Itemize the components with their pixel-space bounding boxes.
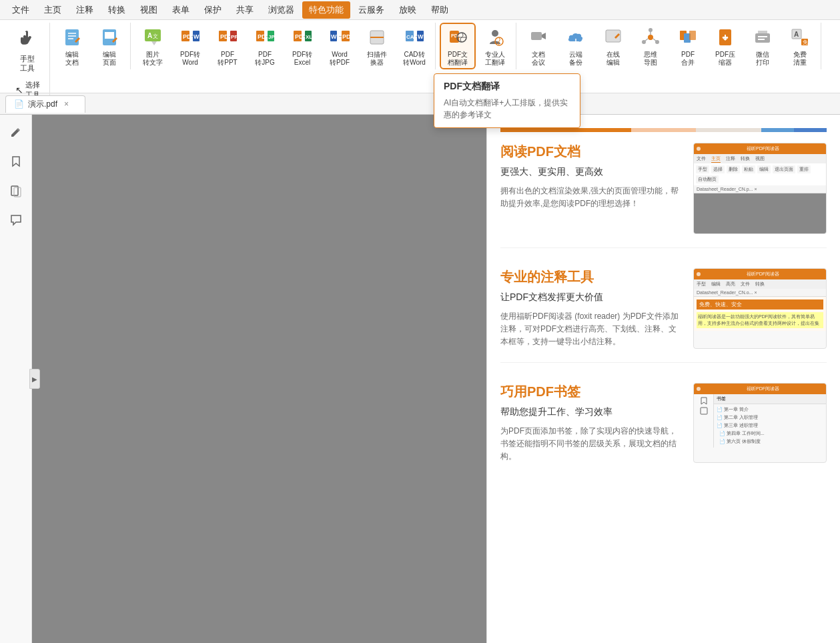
read-pdf-title: 阅读PDF文档 xyxy=(500,143,680,161)
svg-rect-61 xyxy=(758,36,767,37)
scan-replace-label: 扫描件换器 xyxy=(367,51,387,67)
annotation-section: 专业的注释工具 让PDF文档发挥更大价值 使用福昕PDF阅读器 (foxit r… xyxy=(500,268,827,363)
svg-text:JPG: JPG xyxy=(268,34,276,40)
hand-tool-label: 手型工具 xyxy=(20,55,35,72)
annotation-subtitle: 让PDF文档发挥更大价值 xyxy=(500,291,680,303)
menu-annotate[interactable]: 注释 xyxy=(69,1,100,19)
sidebar-bookmark-icon[interactable] xyxy=(4,149,28,173)
free-ocr-label: 免费清重 xyxy=(793,51,807,67)
svg-text:PDF: PDF xyxy=(342,33,350,40)
wechat-print-icon xyxy=(751,25,775,49)
read-pdf-subtitle: 更强大、更实用、更高效 xyxy=(500,166,680,178)
free-ocr-button[interactable]: A免 免费清重 xyxy=(782,23,818,69)
doc-meeting-label: 文档会议 xyxy=(532,51,545,67)
svg-text:PPT: PPT xyxy=(231,34,238,40)
menu-form[interactable]: 表单 xyxy=(165,1,196,19)
tooltip-title: PDF文档翻译 xyxy=(444,81,570,93)
tooltip-desc: AI自动文档翻译+人工排版，提供实惠的参考译文 xyxy=(444,97,570,121)
pdf-to-excel-label: PDF转Excel xyxy=(292,51,312,67)
pdf-merge-button[interactable]: PDF合并 xyxy=(670,23,706,69)
pdf-to-word-button[interactable]: PDF→W PDF转Word xyxy=(172,23,208,69)
cloud-backup-button[interactable]: 云端备份 xyxy=(558,23,594,69)
svg-text:W: W xyxy=(331,33,337,40)
scan-replace-button[interactable]: 扫描件换器 xyxy=(359,23,395,69)
online-edit-button[interactable]: 在线编辑 xyxy=(595,23,631,69)
sidebar-collapse-button[interactable]: ▶ xyxy=(29,369,40,389)
annotation-title: 专业的注释工具 xyxy=(500,268,680,286)
mini-tab-1: Datasheet_Reader_CN.p... × xyxy=(694,185,826,193)
pdf-to-jpg-label: PDF转JPG xyxy=(255,51,274,67)
menu-share[interactable]: 共享 xyxy=(230,1,260,19)
cloud-backup-label: 云端备份 xyxy=(569,51,582,67)
pdf-area xyxy=(32,115,486,643)
sidebar-edit-icon[interactable] xyxy=(4,120,28,144)
annotation-desc: 使用福昕PDF阅读器 (foxit reader) 为PDF文件添加注释，可对P… xyxy=(500,310,680,349)
sidebar-pages-icon[interactable] xyxy=(4,179,28,203)
img-to-text-label: 图片转文字 xyxy=(143,51,163,67)
pdf-to-excel-button[interactable]: PDF→XLS PDF转Excel xyxy=(284,23,320,69)
mind-map-button[interactable]: 思维导图 xyxy=(633,23,669,69)
hand-tool-button[interactable]: 手型工具 xyxy=(9,23,45,76)
pdf-tab[interactable]: 📄 演示.pdf × xyxy=(5,95,85,113)
cad-to-word-label: CAD转转Word xyxy=(403,51,426,67)
edit-doc-icon xyxy=(60,25,84,49)
svg-text:A: A xyxy=(794,31,799,38)
pdf-to-ppt-button[interactable]: PDF→PPT PDF转PPT xyxy=(209,23,246,69)
menu-view[interactable]: 视图 xyxy=(133,1,164,19)
tab-close-button[interactable]: × xyxy=(64,99,69,109)
read-pdf-section: 阅读PDF文档 更强大、更实用、更高效 拥有出色的文档渲染效果,强大的页面管理功… xyxy=(500,143,827,248)
edit-doc-label: 编辑文档 xyxy=(65,51,79,67)
svg-rect-60 xyxy=(755,33,770,43)
edit-page-icon xyxy=(97,25,121,49)
cloud-backup-icon xyxy=(564,25,588,49)
pdf-translate-icon: PDF xyxy=(446,25,470,49)
svg-point-45 xyxy=(492,30,498,37)
pdf-translate-button[interactable]: PDF PDF文档翻译 xyxy=(440,23,476,69)
ribbon-toolbar: 手型工具 ↖ 选择工具 编辑文档 编辑页面 A文 图片转文字 xyxy=(0,20,840,93)
svg-rect-47 xyxy=(531,32,542,40)
pdf-excel-icon: PDF→XLS xyxy=(290,25,314,49)
menu-convert[interactable]: 转换 xyxy=(101,1,132,19)
sidebar-comment-icon[interactable] xyxy=(4,208,28,232)
cad-to-word-button[interactable]: CAD→W CAD转转Word xyxy=(396,23,432,69)
edit-doc-button[interactable]: 编辑文档 xyxy=(54,23,90,69)
menu-file[interactable]: 文件 xyxy=(5,1,36,19)
wechat-print-button[interactable]: 微信打印 xyxy=(745,23,781,69)
bookmark-item-3: 第三章 述职管理 xyxy=(724,423,758,428)
doc-meeting-button[interactable]: 文档会议 xyxy=(520,23,556,69)
pdf-ppt-icon: PDF→PPT xyxy=(216,25,240,49)
bookmark-item-5: 第六页 休假制度 xyxy=(727,439,761,444)
pdf-tab-label: 演示.pdf xyxy=(28,99,57,110)
online-edit-icon xyxy=(601,25,625,49)
read-pdf-image: 福昕PDF阅读器 文件 主页 注释 转换 视图 手型 选择 删除 粘贴 编辑 退… xyxy=(693,143,827,234)
right-panel: 阅读PDF文档 更强大、更实用、更高效 拥有出色的文档渲染效果,强大的页面管理功… xyxy=(486,115,840,643)
img-to-text-button[interactable]: A文 图片转文字 xyxy=(135,23,171,69)
menu-browser[interactable]: 浏览器 xyxy=(262,1,301,19)
menu-home[interactable]: 主页 xyxy=(37,1,68,19)
pdf-jpg-icon: PDF→JPG xyxy=(253,25,277,49)
svg-rect-5 xyxy=(105,32,114,39)
menu-features[interactable]: 特色功能 xyxy=(302,1,350,19)
svg-text:免: 免 xyxy=(803,39,808,45)
svg-rect-58 xyxy=(689,31,696,40)
bookmark-item-2: 第二章 入职管理 xyxy=(724,415,758,420)
mini-menu-1: 文件 主页 注释 转换 视图 xyxy=(694,154,826,163)
pdf-compress-button[interactable]: PDF压缩器 xyxy=(707,23,743,69)
pdf-word-icon: PDF→W xyxy=(178,25,202,49)
svg-text:W: W xyxy=(418,33,424,40)
wechat-print-label: 微信打印 xyxy=(756,51,769,67)
menu-present[interactable]: 放映 xyxy=(392,1,423,19)
menu-protect[interactable]: 保护 xyxy=(197,1,228,19)
menu-help[interactable]: 帮助 xyxy=(424,1,455,19)
human-translate-button[interactable]: 专业人工翻译 xyxy=(477,23,513,69)
edit-page-button[interactable]: 编辑页面 xyxy=(91,23,127,69)
scan-icon xyxy=(365,25,389,49)
pdf-translate-label: PDF文档翻译 xyxy=(448,51,468,67)
bookmark-item-1: 第一章 简介 xyxy=(724,407,749,412)
pdf-tab-icon: 📄 xyxy=(14,99,24,109)
pdf-to-jpg-button[interactable]: PDF→JPG PDF转JPG xyxy=(247,23,283,69)
mini-tab-2: Datasheet_Reader_CN.o... × xyxy=(694,289,826,297)
word-to-pdf-button[interactable]: W→PDF Word转PDF xyxy=(322,23,358,69)
menu-cloud[interactable]: 云服务 xyxy=(352,1,391,19)
bookmark-title: 巧用PDF书签 xyxy=(500,383,680,401)
